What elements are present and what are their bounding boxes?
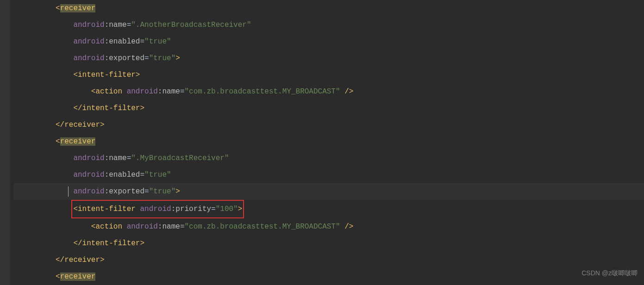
xml-bracket: > (238, 205, 243, 213)
xml-bracket: < (56, 137, 60, 146)
xml-tag: receiver (64, 256, 100, 264)
code-line[interactable]: android:name=".MyBroadcastReceiver" (14, 150, 644, 167)
xml-namespace: android (73, 171, 104, 179)
xml-equals: = (127, 21, 131, 29)
xml-equals: = (211, 205, 216, 213)
xml-attr-name: : (105, 21, 109, 29)
xml-attr-value: "100" (216, 205, 238, 213)
xml-equals: = (140, 171, 144, 179)
xml-bracket: > (136, 71, 140, 79)
code-line[interactable]: </intent-filter> (14, 100, 644, 117)
xml-attr-value: "true" (149, 54, 176, 62)
xml-attr-value: "true" (149, 187, 176, 196)
xml-bracket: /> (344, 87, 353, 96)
code-line[interactable]: <intent-filter> (14, 67, 644, 83)
xml-attr-name: : (105, 187, 109, 196)
xml-attr-name: name (109, 154, 126, 162)
xml-bracket: > (140, 239, 144, 248)
xml-tag: intent-filter (78, 205, 136, 213)
highlight-box: <intent-filter android:priority="100"> (71, 200, 244, 218)
code-line-current[interactable]: android:exported="true"> (14, 183, 644, 200)
code-line[interactable]: <receiver (14, 268, 644, 285)
code-line[interactable]: android:enabled="true" (14, 167, 644, 183)
xml-attr-name: exported (109, 54, 144, 62)
xml-attr-name: : (105, 54, 109, 62)
xml-attr-name: enabled (109, 171, 140, 179)
xml-attr-name: name (109, 21, 126, 29)
xml-bracket: /> (344, 223, 353, 231)
xml-attr-name: : (105, 154, 109, 162)
xml-bracket: > (140, 104, 144, 112)
code-line[interactable]: </receiver> (14, 252, 644, 268)
xml-tag-highlighted: receiver (60, 137, 96, 146)
xml-bracket: </ (56, 121, 64, 129)
code-line[interactable]: <intent-filter android:priority="100"> (14, 200, 644, 218)
xml-namespace: android (140, 205, 171, 213)
xml-bracket: > (100, 121, 105, 129)
xml-attr-name: : (105, 37, 109, 46)
xml-tag: receiver (64, 121, 100, 129)
xml-equals: = (140, 37, 144, 46)
xml-tag: action (95, 223, 122, 231)
xml-bracket: < (56, 273, 60, 281)
xml-tag-highlighted: receiver (60, 4, 96, 12)
xml-equals: = (144, 54, 149, 62)
xml-attr-value: "true" (144, 171, 171, 179)
xml-equals: = (144, 187, 149, 196)
xml-bracket: < (91, 223, 96, 231)
xml-namespace: android (73, 187, 104, 196)
xml-bracket: </ (56, 256, 64, 264)
xml-tag: intent-filter (78, 71, 136, 79)
xml-attr-name: priority (175, 205, 211, 213)
xml-attr-name: name (162, 223, 180, 231)
xml-equals: = (127, 154, 131, 162)
code-line[interactable]: <receiver (14, 0, 644, 17)
xml-bracket: < (73, 71, 78, 79)
xml-tag: action (95, 87, 122, 96)
code-line[interactable]: <receiver (14, 133, 644, 150)
xml-attr-value: ".AnotherBroadcastReceiver" (131, 21, 251, 29)
code-line[interactable]: </receiver> (14, 117, 644, 133)
xml-namespace: android (127, 223, 158, 231)
xml-bracket: </ (73, 239, 82, 248)
xml-attr-name: enabled (109, 37, 140, 46)
xml-attr-value: "true" (144, 37, 171, 46)
xml-bracket: </ (73, 104, 82, 112)
xml-bracket: < (56, 4, 60, 12)
xml-attr-value: "com.zb.broadcasttest.MY_BROADCAST" (184, 223, 340, 231)
xml-tag: intent-filter (82, 104, 140, 112)
xml-namespace: android (73, 154, 104, 162)
xml-bracket: > (175, 187, 180, 196)
xml-bracket: < (91, 87, 96, 96)
code-line[interactable]: android:enabled="true" (14, 33, 644, 50)
xml-attr-value: "com.zb.broadcasttest.MY_BROADCAST" (184, 87, 340, 96)
xml-bracket: > (175, 54, 180, 62)
xml-tag: intent-filter (82, 239, 140, 248)
xml-namespace: android (73, 37, 104, 46)
code-line[interactable]: </intent-filter> (14, 235, 644, 252)
xml-attr-name: : (105, 171, 109, 179)
code-line[interactable]: <action android:name="com.zb.broadcastte… (14, 218, 644, 235)
xml-namespace: android (73, 21, 104, 29)
xml-namespace: android (73, 54, 104, 62)
xml-attr-value: ".MyBroadcastReceiver" (131, 154, 229, 162)
code-editor[interactable]: <receiver android:name=".AnotherBroadcas… (0, 0, 644, 285)
code-line[interactable]: android:name=".AnotherBroadcastReceiver" (14, 17, 644, 33)
xml-tag-highlighted: receiver (60, 273, 96, 281)
xml-attr-name: exported (109, 187, 144, 196)
watermark-text: CSDN @z啵唧啵唧 (581, 265, 638, 281)
xml-bracket: > (100, 256, 105, 264)
xml-attr-name: name (162, 87, 180, 96)
xml-attr-name: : (171, 205, 176, 213)
code-line[interactable]: <action android:name="com.zb.broadcastte… (14, 83, 644, 100)
text-caret (68, 186, 69, 197)
xml-bracket: < (73, 205, 78, 213)
xml-namespace: android (127, 87, 158, 96)
code-line[interactable]: android:exported="true"> (14, 50, 644, 67)
